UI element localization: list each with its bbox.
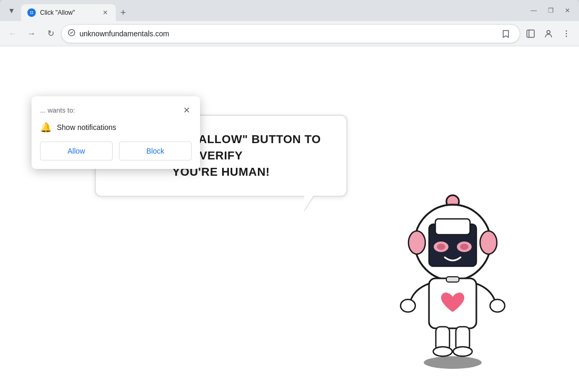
bookmark-button[interactable] — [498, 26, 513, 41]
address-bar[interactable] — [61, 24, 520, 43]
svg-rect-2 — [527, 30, 534, 37]
url-input[interactable] — [79, 29, 494, 38]
notification-label: Show notifications — [57, 123, 116, 132]
svg-point-22 — [490, 299, 505, 312]
title-bar: ▼ Click "Allow" ✕ + — ❐ ✕ — [0, 0, 579, 21]
window-controls: — ❐ ✕ — [526, 3, 575, 18]
tab-close-button[interactable]: ✕ — [101, 8, 109, 17]
close-button[interactable]: ✕ — [560, 3, 575, 18]
security-icon — [68, 29, 75, 38]
robot-image — [379, 190, 526, 369]
browser-window: ▼ Click "Allow" ✕ + — ❐ ✕ — [0, 0, 579, 392]
svg-point-21 — [401, 299, 415, 312]
tab-title: Click "Allow" — [40, 9, 97, 16]
profile-button[interactable] — [540, 25, 557, 42]
svg-point-17 — [460, 244, 468, 250]
svg-point-7 — [566, 35, 567, 36]
popup-wants-text: ... wants to: — [40, 106, 75, 114]
reload-button[interactable]: ↻ — [42, 25, 59, 42]
svg-point-19 — [480, 231, 497, 254]
popup-header: ... wants to: ✕ — [40, 105, 192, 115]
forward-button[interactable]: → — [23, 25, 40, 42]
svg-point-25 — [433, 347, 452, 356]
svg-point-16 — [437, 244, 445, 250]
svg-point-6 — [566, 33, 567, 34]
notification-popup: ... wants to: ✕ 🔔 Show notifications All… — [32, 96, 200, 169]
popup-notification-row: 🔔 Show notifications — [40, 122, 192, 133]
allow-button[interactable]: Allow — [40, 142, 113, 160]
maximize-button[interactable]: ❐ — [543, 3, 558, 18]
tab-strip: Click "Allow" ✕ + — [19, 0, 526, 21]
page-content: ... wants to: ✕ 🔔 Show notifications All… — [0, 46, 579, 392]
block-button[interactable]: Block — [119, 142, 192, 160]
new-tab-button[interactable]: + — [116, 5, 131, 20]
popup-close-button[interactable]: ✕ — [181, 105, 192, 115]
active-tab: Click "Allow" ✕ — [21, 4, 116, 21]
svg-point-18 — [408, 231, 425, 254]
back-button[interactable]: ← — [4, 25, 21, 42]
svg-point-5 — [566, 30, 567, 31]
minimize-button[interactable]: — — [526, 3, 541, 18]
svg-point-4 — [547, 31, 550, 34]
toolbar-right — [522, 25, 575, 42]
svg-rect-27 — [446, 277, 459, 282]
svg-rect-13 — [435, 219, 470, 235]
svg-point-26 — [453, 347, 472, 356]
tab-bar-left: ▼ — [4, 3, 19, 18]
history-back-button[interactable]: ▼ — [4, 3, 19, 18]
robot-area — [379, 190, 526, 371]
tab-favicon — [27, 8, 36, 17]
toolbar: ← → ↻ — [0, 21, 579, 46]
svg-point-8 — [424, 356, 482, 369]
address-actions — [498, 26, 513, 41]
popup-buttons: Allow Block — [40, 142, 192, 160]
menu-button[interactable] — [558, 25, 575, 42]
sidebar-button[interactable] — [522, 25, 539, 42]
bell-icon: 🔔 — [40, 122, 52, 133]
